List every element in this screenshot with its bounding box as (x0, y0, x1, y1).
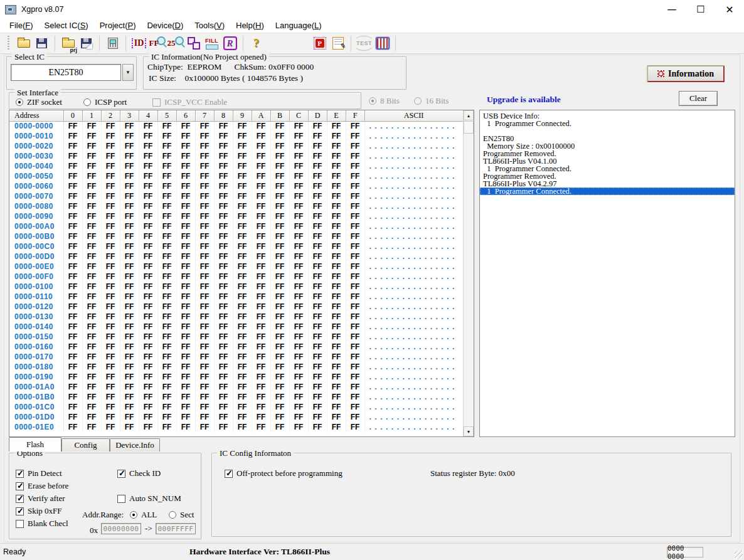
resize-grip[interactable] (735, 551, 743, 559)
hex-byte-cell[interactable]: FF (82, 211, 101, 221)
hex-byte-cell[interactable]: FF (82, 121, 101, 131)
hex-byte-cell[interactable]: FF (157, 332, 176, 342)
hex-byte-cell[interactable]: FF (82, 141, 101, 151)
hex-byte-cell[interactable]: FF (63, 272, 82, 282)
hex-byte-cell[interactable]: FF (270, 402, 289, 412)
hex-byte-cell[interactable]: FF (157, 282, 176, 292)
hex-byte-cell[interactable]: FF (346, 372, 364, 382)
hex-byte-cell[interactable]: FF (233, 392, 252, 402)
hex-byte-cell[interactable]: FF (327, 292, 346, 302)
hex-byte-cell[interactable]: FF (63, 402, 82, 412)
hex-byte-cell[interactable]: FF (327, 231, 346, 241)
hex-byte-cell[interactable]: FF (120, 382, 139, 392)
hex-byte-cell[interactable]: FF (63, 161, 82, 171)
addr-range-all-radio[interactable]: ALL (130, 510, 157, 520)
hex-byte-cell[interactable]: FF (101, 211, 120, 221)
hex-byte-cell[interactable]: FF (233, 402, 252, 412)
hex-byte-cell[interactable]: FF (270, 332, 289, 342)
hex-byte-cell[interactable]: FF (233, 382, 252, 392)
hex-byte-cell[interactable]: FF (120, 402, 139, 412)
hex-byte-cell[interactable]: FF (82, 131, 101, 141)
read-chip-icon[interactable]: R (221, 34, 239, 52)
hex-byte-cell[interactable]: FF (270, 201, 289, 211)
hex-byte-cell[interactable]: FF (176, 392, 195, 402)
hex-byte-cell[interactable]: FF (308, 221, 327, 231)
hex-byte-cell[interactable]: FF (270, 422, 289, 432)
hex-byte-cell[interactable]: FF (346, 221, 364, 231)
hex-byte-cell[interactable]: FF (63, 141, 82, 151)
hex-byte-cell[interactable]: FF (82, 392, 101, 402)
hex-byte-cell[interactable]: FF (233, 332, 252, 342)
hex-byte-cell[interactable]: FF (195, 231, 214, 241)
hex-byte-cell[interactable]: FF (308, 151, 327, 161)
hex-byte-cell[interactable]: FF (82, 312, 101, 322)
open-file-icon[interactable] (14, 34, 33, 52)
hex-byte-cell[interactable]: FF (289, 251, 308, 262)
hex-byte-cell[interactable]: FF (139, 412, 157, 422)
hex-byte-cell[interactable]: FF (82, 352, 101, 362)
hex-byte-cell[interactable]: FF (270, 141, 289, 151)
hex-byte-cell[interactable]: FF (82, 262, 101, 272)
hex-byte-cell[interactable]: FF (63, 322, 82, 332)
hex-byte-cell[interactable]: FF (270, 372, 289, 382)
minimize-button[interactable]: — (657, 0, 686, 19)
chip-test-icon[interactable] (373, 34, 391, 52)
hex-byte-cell[interactable]: FF (63, 241, 82, 251)
hex-byte-cell[interactable]: FF (101, 412, 120, 422)
hex-byte-cell[interactable]: FF (327, 322, 346, 332)
hex-byte-cell[interactable]: FF (157, 251, 176, 262)
hex-byte-cell[interactable]: FF (120, 151, 139, 161)
hex-byte-cell[interactable]: FF (289, 191, 308, 201)
hex-byte-cell[interactable]: FF (139, 141, 157, 151)
hex-byte-cell[interactable]: FF (214, 191, 233, 201)
hex-byte-cell[interactable]: FF (346, 422, 364, 432)
ic-select-combobox[interactable]: EN25T80 (11, 64, 121, 81)
hex-byte-cell[interactable]: FF (327, 392, 346, 402)
hex-byte-cell[interactable]: FF (101, 272, 120, 282)
hex-byte-cell[interactable]: FF (120, 241, 139, 251)
hex-byte-cell[interactable]: FF (233, 292, 252, 302)
hex-byte-cell[interactable]: FF (289, 201, 308, 211)
hex-byte-cell[interactable]: FF (195, 392, 214, 402)
hex-byte-cell[interactable]: FF (308, 322, 327, 332)
hex-byte-cell[interactable]: FF (82, 302, 101, 312)
hex-byte-cell[interactable]: FF (289, 322, 308, 332)
hex-byte-cell[interactable]: FF (82, 292, 101, 302)
hex-byte-cell[interactable]: FF (101, 131, 120, 141)
hex-byte-cell[interactable]: FF (308, 121, 327, 131)
hex-byte-cell[interactable]: FF (289, 121, 308, 131)
hex-byte-cell[interactable]: FF (270, 161, 289, 171)
hex-byte-cell[interactable]: FF (252, 302, 270, 312)
hex-byte-cell[interactable]: FF (195, 322, 214, 332)
hex-byte-cell[interactable]: FF (195, 181, 214, 191)
hex-byte-cell[interactable]: FF (289, 231, 308, 241)
hex-byte-cell[interactable]: FF (233, 342, 252, 352)
hex-byte-cell[interactable]: FF (139, 231, 157, 241)
hex-byte-cell[interactable]: FF (270, 382, 289, 392)
hex-byte-cell[interactable]: FF (139, 272, 157, 282)
hex-byte-cell[interactable]: FF (270, 412, 289, 422)
hex-byte-cell[interactable]: FF (82, 151, 101, 161)
hex-byte-cell[interactable]: FF (195, 201, 214, 211)
blank-checl-checkbox[interactable]: Blank Checl (16, 519, 68, 529)
tab-config[interactable]: Config (61, 438, 110, 452)
hex-byte-cell[interactable]: FF (308, 282, 327, 292)
hex-byte-cell[interactable]: FF (346, 251, 364, 262)
hex-byte-cell[interactable]: FF (176, 352, 195, 362)
hex-byte-cell[interactable]: FF (308, 141, 327, 151)
hex-byte-cell[interactable]: FF (101, 221, 120, 231)
hex-byte-cell[interactable]: FF (139, 402, 157, 412)
hex-byte-cell[interactable]: FF (289, 181, 308, 191)
hex-byte-cell[interactable]: FF (63, 362, 82, 372)
hex-byte-cell[interactable]: FF (270, 342, 289, 352)
hex-byte-cell[interactable]: FF (176, 362, 195, 372)
hex-byte-cell[interactable]: FF (139, 161, 157, 171)
hex-byte-cell[interactable]: FF (63, 412, 82, 422)
save-file-icon[interactable] (33, 34, 51, 52)
hex-byte-cell[interactable]: FF (214, 332, 233, 342)
hex-byte-cell[interactable]: FF (327, 262, 346, 272)
hex-byte-cell[interactable]: FF (157, 382, 176, 392)
hex-byte-cell[interactable]: FF (308, 272, 327, 282)
hex-byte-cell[interactable]: FF (120, 322, 139, 332)
hex-byte-cell[interactable]: FF (346, 392, 364, 402)
